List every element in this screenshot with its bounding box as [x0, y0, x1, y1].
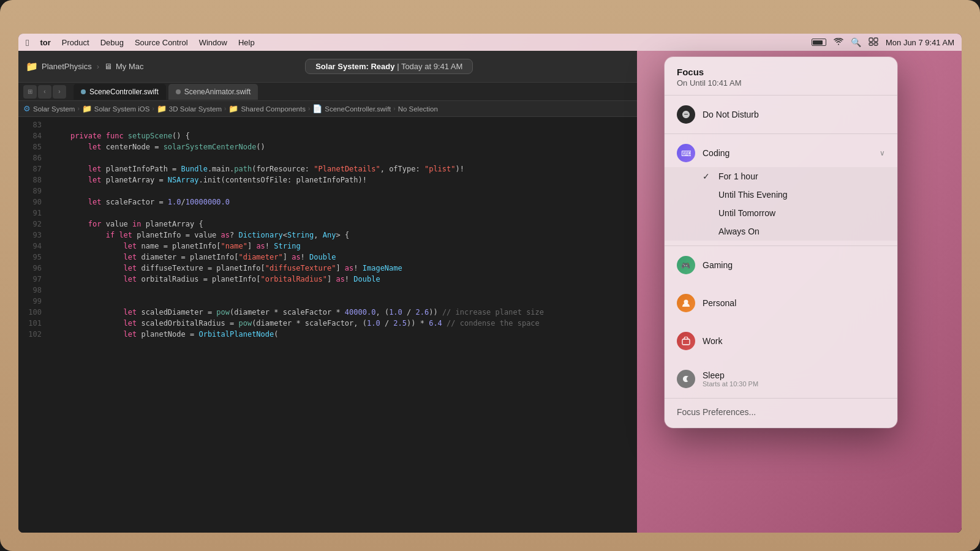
focus-preferences-link[interactable]: Focus Preferences... [677, 405, 885, 419]
device-icon: 🖥 [104, 62, 112, 71]
xcode-toolbar: 📁 PlanetPhysics › 🖥 My Mac Solar System:… [18, 51, 637, 83]
subitem-label-2: Until This Evening [718, 190, 788, 200]
dnd-icon [677, 105, 695, 124]
code-line-86 [53, 152, 632, 163]
menu-item-source-control[interactable]: Source Control [135, 38, 188, 47]
focus-item-work[interactable]: Work [665, 327, 897, 355]
personal-icon [677, 294, 695, 312]
tab-dot-active [81, 89, 86, 94]
tab-scene-controller[interactable]: SceneController.swift [74, 84, 166, 100]
bc-item-1[interactable]: ⚙ Solar System [23, 104, 75, 113]
menu-bar-datetime: Mon Jun 7 9:41 AM [886, 38, 954, 47]
focus-section-personal: Personal [665, 284, 897, 322]
tab-scene-animator[interactable]: SceneAnimator.swift [168, 84, 258, 100]
battery-icon [812, 39, 826, 46]
bc-sep-3: › [224, 105, 226, 112]
gaming-label: Gaming [703, 260, 885, 270]
control-center-icon[interactable] [869, 37, 878, 48]
focus-popup: Focus On Until 10:41 AM Do Not Disturb [665, 57, 897, 428]
focus-item-gaming[interactable]: 🎮 Gaming [665, 251, 897, 279]
line-numbers: 83 84 85 86 87 88 89 90 91 92 93 94 95 9… [18, 117, 48, 533]
bc-item-5[interactable]: 📄 SceneController.swift [312, 104, 391, 113]
code-line-92: for value in planetArray { [53, 219, 632, 230]
code-line-102: let planetNode = OrbitalPlanetNode( [53, 329, 632, 340]
subitem-label-3: Until Tomorrow [718, 208, 775, 218]
subitem-label-4: Always On [718, 227, 760, 236]
code-line-84: private func setupScene() { [53, 130, 632, 141]
build-status-name: Solar System: Ready [315, 62, 394, 71]
project-nav: 📁 PlanetPhysics › 🖥 My Mac [26, 61, 144, 72]
tab-controls: ⊞ ‹ › [23, 85, 66, 99]
project-name: PlanetPhysics [42, 62, 92, 71]
focus-section-work: Work [665, 322, 897, 360]
subitem-for-1-hour[interactable]: ✓ For 1 hour [665, 167, 897, 186]
bc-sep-1: › [77, 105, 79, 112]
wifi-icon [834, 37, 843, 47]
code-line-97: let orbitalRadius = planetInfo["orbitalR… [53, 274, 632, 285]
code-line-96: let diffuseTexture = planetInfo["diffuse… [53, 263, 632, 274]
coding-icon: ⌨ [677, 144, 695, 162]
bc-sep-5: › [393, 105, 395, 112]
tab-dot-inactive [176, 89, 181, 94]
work-icon [677, 332, 695, 350]
work-label: Work [703, 336, 885, 346]
personal-label: Personal [703, 298, 885, 308]
code-line-88: let planetArray = NSArray.init(contentsO… [53, 174, 632, 186]
focus-header: Focus On Until 10:41 AM [665, 57, 897, 96]
xcode-window: 📁 PlanetPhysics › 🖥 My Mac Solar System:… [18, 51, 637, 533]
menu-bar-right: 🔍 Mon Jun 7 9:41 AM [812, 37, 954, 48]
code-line-101: let scaledOrbitalRadius = pow(diameter *… [53, 318, 632, 329]
menu-item-product[interactable]: Product [62, 38, 89, 47]
bc-sep-4: › [308, 105, 310, 112]
focus-item-dnd[interactable]: Do Not Disturb [665, 100, 897, 129]
svg-rect-3 [874, 43, 878, 45]
bc-item-6[interactable]: No Selection [398, 105, 438, 113]
coding-chevron: ∨ [880, 149, 885, 157]
svg-text:⌨: ⌨ [681, 149, 691, 157]
focus-item-personal[interactable]: Personal [665, 289, 897, 317]
svg-rect-7 [682, 339, 690, 345]
bc-item-2[interactable]: 📁 Solar System iOS [82, 104, 150, 113]
code-line-98 [53, 285, 632, 296]
menu-item-app[interactable]: tor [40, 38, 50, 47]
tab-prev-btn[interactable]: ‹ [38, 85, 51, 99]
tab-label-2: SceneAnimator.swift [184, 88, 251, 96]
code-line-89 [53, 186, 632, 197]
bc-sep-2: › [152, 105, 154, 112]
sleep-label: Sleep [703, 370, 885, 380]
tab-grid-btn[interactable]: ⊞ [23, 85, 37, 99]
code-line-91 [53, 208, 632, 219]
code-line-83 [53, 119, 632, 130]
bc-icon-1: ⚙ [23, 104, 31, 113]
subitem-until-tomorrow[interactable]: ✓ Until Tomorrow [665, 204, 897, 222]
coding-subitems: ✓ For 1 hour ✓ Until This Evening ✓ Unti… [665, 167, 897, 241]
checkmark-for-1-hour: ✓ [703, 171, 712, 181]
subitem-until-this-evening[interactable]: ✓ Until This Evening [665, 186, 897, 204]
svg-rect-1 [874, 38, 878, 42]
xcode-tabs: ⊞ ‹ › SceneController.swift SceneAnimato… [18, 83, 637, 101]
menu-item-debug[interactable]: Debug [100, 38, 124, 47]
focus-section-gaming: 🎮 Gaming [665, 246, 897, 284]
menu-item-window[interactable]: Window [199, 38, 227, 47]
code-line-87: let planetInfoPath = Bundle.main.path(fo… [53, 163, 632, 174]
build-status-time: | Today at 9:41 AM [397, 62, 462, 71]
code-line-90: let scaleFactor = 1.0/10000000.0 [53, 197, 632, 208]
code-content[interactable]: private func setupScene() { let centerNo… [48, 117, 637, 533]
svg-rect-0 [869, 38, 873, 42]
focus-footer: Focus Preferences... [665, 399, 897, 428]
tab-next-btn[interactable]: › [53, 85, 66, 99]
menu-item-help[interactable]: Help [238, 38, 255, 47]
apple-logo[interactable]:  [26, 37, 29, 48]
spotlight-icon[interactable]: 🔍 [851, 37, 861, 47]
mac-screen:  tor Product Debug Source Control Windo… [18, 34, 962, 533]
focus-section-coding: ⌨ Coding ∨ ✓ For 1 hour ✓ Until This Eve… [665, 134, 897, 246]
gaming-icon: 🎮 [677, 256, 695, 274]
focus-item-sleep[interactable]: Sleep Starts at 10:30 PM [665, 365, 897, 393]
bc-item-4[interactable]: 📁 Shared Components [228, 104, 305, 113]
subitem-always-on[interactable]: ✓ Always On [665, 222, 897, 241]
build-status: Solar System: Ready | Today at 9:41 AM [149, 59, 630, 74]
code-line-95: let diameter = planetInfo["diameter"] as… [53, 252, 632, 263]
bc-item-3[interactable]: 📁 3D Solar System [157, 104, 222, 113]
code-line-85: let centerNode = solarSystemCenterNode() [53, 141, 632, 152]
focus-item-coding[interactable]: ⌨ Coding ∨ [665, 139, 897, 167]
